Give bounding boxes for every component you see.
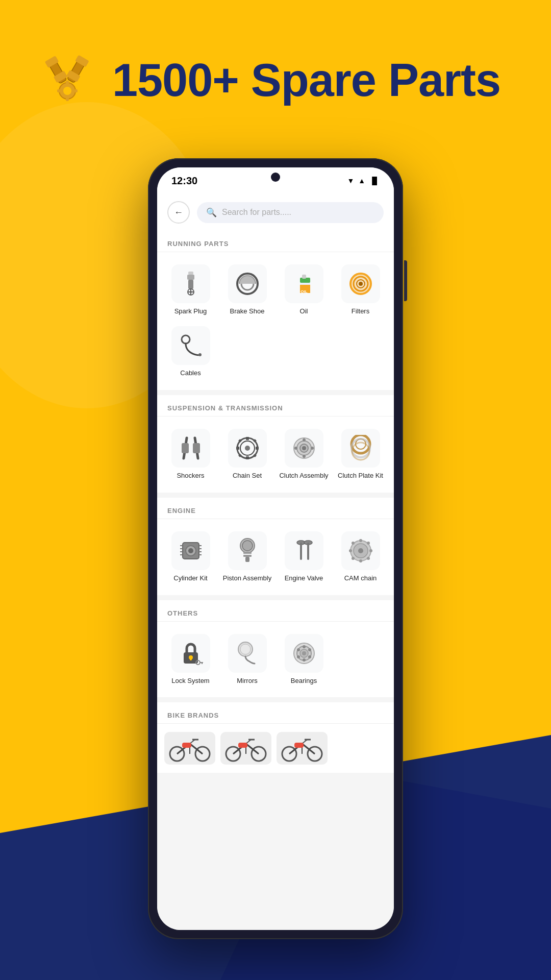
svg-rect-78 [307, 543, 309, 560]
suspension-grid: Shockers [157, 416, 394, 493]
item-cables[interactable]: Cables [162, 321, 219, 383]
svg-point-88 [367, 557, 370, 560]
svg-rect-72 [243, 552, 252, 554]
svg-rect-73 [243, 555, 252, 557]
bearings-label: Bearings [291, 677, 317, 685]
svg-rect-39 [246, 456, 249, 459]
mirrors-label: Mirrors [237, 677, 257, 685]
filters-label: Filters [352, 307, 369, 316]
svg-point-81 [359, 539, 362, 542]
svg-point-54 [302, 446, 306, 450]
item-brake-shoe[interactable]: Brake Shoe [219, 259, 276, 321]
svg-point-71 [242, 541, 253, 551]
svg-point-103 [303, 658, 306, 662]
svg-rect-40 [236, 447, 239, 450]
suspension-header: SUSPENSION & TRANSMISSION [157, 395, 394, 416]
item-mirrors[interactable]: Mirrors [219, 629, 276, 691]
svg-point-89 [358, 548, 363, 553]
bike-thumb-1[interactable] [164, 732, 215, 765]
svg-rect-34 [182, 443, 189, 453]
engine-grid: Cylinder Kit [157, 519, 394, 595]
oil-label: Oil [300, 307, 308, 316]
svg-point-57 [352, 439, 370, 457]
item-cam-chain[interactable]: CAM chain [332, 526, 389, 588]
others-header: OTHERS [157, 600, 394, 622]
svg-rect-10 [57, 89, 61, 92]
svg-rect-11 [73, 89, 78, 92]
svg-point-29 [359, 282, 363, 286]
side-button [404, 260, 407, 301]
svg-point-53 [311, 447, 314, 450]
clutch-plate-kit-icon [341, 429, 380, 468]
svg-rect-115 [182, 743, 191, 748]
item-shockers[interactable]: Shockers [162, 424, 219, 485]
piston-assembly-label: Piston Assembly [223, 574, 271, 583]
svg-point-101 [308, 648, 311, 651]
oil-icon: OIL [285, 264, 323, 303]
mirrors-icon [228, 634, 267, 673]
item-cylinder-kit[interactable]: Cylinder Kit [162, 526, 219, 588]
svg-point-55 [352, 435, 370, 453]
search-placeholder-text: Search for parts..... [222, 208, 291, 217]
piston-assembly-icon [228, 531, 267, 570]
search-box[interactable]: 🔍 Search for parts..... [197, 202, 384, 223]
item-chain-set[interactable]: Chain Set [219, 424, 276, 485]
bearings-icon [285, 634, 323, 673]
lock-system-label: Lock System [171, 677, 209, 685]
bike-brands-row [157, 724, 394, 773]
item-lock-system[interactable]: Lock System [162, 629, 219, 691]
search-area: ← 🔍 Search for parts..... [157, 194, 394, 231]
shockers-icon [171, 429, 210, 468]
status-time: 12:30 [171, 175, 197, 187]
spark-plug-label: Spark Plug [174, 307, 207, 316]
bike-brands-header: BIKE BRANDS [157, 702, 394, 724]
phone-mockup: 12:30 ▼ ▲ ▐▌ ← 🔍 Search for parts..... [148, 158, 403, 939]
svg-rect-38 [246, 437, 249, 440]
cylinder-kit-icon [171, 531, 210, 570]
svg-point-84 [369, 549, 372, 552]
item-filters[interactable]: Filters [332, 259, 389, 321]
svg-rect-14 [188, 280, 193, 289]
engine-header: ENGINE [157, 498, 394, 519]
svg-point-50 [303, 438, 306, 442]
svg-point-46 [245, 446, 250, 451]
svg-rect-41 [256, 447, 259, 450]
status-bar: 12:30 ▼ ▲ ▐▌ [157, 167, 394, 194]
svg-point-100 [303, 645, 306, 648]
engine-valve-icon [285, 531, 323, 570]
search-icon: 🔍 [206, 207, 217, 218]
bike-thumb-2[interactable] [220, 732, 271, 765]
item-oil[interactable]: OIL Oil [276, 259, 332, 321]
svg-rect-8 [66, 81, 69, 85]
clutch-assembly-label: Clutch Assembly [279, 472, 328, 480]
svg-rect-123 [238, 743, 247, 748]
status-icons: ▼ ▲ ▐▌ [347, 177, 380, 185]
svg-point-86 [367, 542, 370, 545]
svg-point-30 [182, 335, 190, 344]
svg-point-87 [352, 557, 355, 560]
running-parts-grid: Spark Plug Brake Shoe [157, 252, 394, 390]
item-clutch-plate-kit[interactable]: Clutch Plate Kit [332, 424, 389, 485]
svg-point-85 [352, 542, 355, 545]
camera-notch [271, 173, 280, 182]
cam-chain-icon [341, 531, 380, 570]
svg-point-107 [302, 651, 306, 655]
scroll-content[interactable]: RUNNING PARTS [157, 231, 394, 930]
svg-rect-22 [302, 275, 306, 279]
signal-icon: ▲ [358, 177, 365, 185]
clutch-plate-kit-label: Clutch Plate Kit [338, 472, 383, 480]
brake-shoe-icon [228, 264, 267, 303]
item-clutch-assembly[interactable]: Clutch Assembly [276, 424, 332, 485]
page-header: 1500+ Spare Parts [0, 0, 551, 130]
svg-rect-35 [193, 443, 200, 453]
item-engine-valve[interactable]: Engine Valve [276, 526, 332, 588]
bike-thumb-3[interactable] [277, 732, 328, 765]
header-icon [41, 51, 97, 109]
item-bearings[interactable]: Bearings [276, 629, 332, 691]
item-spark-plug[interactable]: Spark Plug [162, 259, 219, 321]
svg-rect-74 [245, 557, 249, 562]
section-others: OTHERS [157, 600, 394, 698]
svg-point-61 [188, 548, 193, 553]
item-piston-assembly[interactable]: Piston Assembly [219, 526, 276, 588]
back-button[interactable]: ← [167, 201, 190, 224]
